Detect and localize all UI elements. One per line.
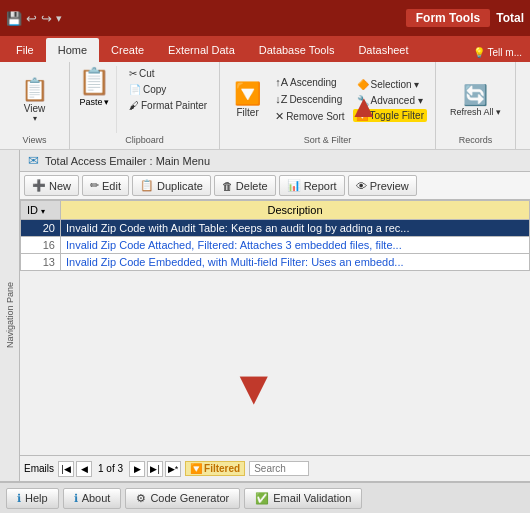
sort-filter-group: 🔽 Filter ↑A Ascending ↓Z Descending ✕ Re… <box>220 62 436 149</box>
clipboard-group: 📋 Paste ▾ ✂ Cut 📄 Copy 🖌 Format Painter <box>70 62 220 149</box>
selection-icon: 🔶 <box>357 79 369 90</box>
total-tab: Total <box>496 11 524 25</box>
about-icon: ℹ <box>74 492 78 505</box>
undo-icon[interactable]: ↩ <box>26 11 37 26</box>
first-record-button[interactable]: |◀ <box>58 461 74 477</box>
ribbon-body: 📋 View ▾ Views 📋 Paste ▾ ✂ Cut <box>0 62 530 150</box>
col-desc-header: Description <box>61 201 530 220</box>
ascending-icon: ↑A <box>275 76 288 88</box>
format-painter-button[interactable]: 🖌 Format Painter <box>125 98 211 113</box>
tab-database-tools[interactable]: Database Tools <box>247 38 347 62</box>
views-label: Views <box>23 133 47 145</box>
record-position: 1 of 3 <box>94 463 127 474</box>
edit-button[interactable]: ✏ Edit <box>82 175 129 196</box>
views-group: 📋 View ▾ Views <box>0 62 70 149</box>
preview-button[interactable]: 👁 Preview <box>348 175 417 196</box>
qat: 💾 ↩ ↪ ▾ <box>6 11 62 26</box>
code-generator-button[interactable]: ⚙ Code Generator <box>125 488 240 509</box>
row-desc-13: Invalid Zip Code Embedded, with Multi-fi… <box>61 254 530 271</box>
remove-sort-icon: ✕ <box>275 110 284 123</box>
table-row[interactable]: 13 Invalid Zip Code Embedded, with Multi… <box>21 254 530 271</box>
clipboard-sub: ✂ Cut 📄 Copy 🖌 Format Painter <box>121 66 211 133</box>
toggle-filter-icon: 🔽 <box>356 110 368 121</box>
data-table: ID ▾ Description 20 Invalid Zip Code wit… <box>20 200 530 271</box>
filtered-badge[interactable]: 🔽 Filtered <box>185 461 245 476</box>
email-validation-icon: ✅ <box>255 492 269 505</box>
bottom-bar: ℹ Help ℹ About ⚙ Code Generator ✅ Email … <box>0 481 530 513</box>
tab-create[interactable]: Create <box>99 38 156 62</box>
tab-external-data[interactable]: External Data <box>156 38 247 62</box>
advanced-icon: 🔧 <box>357 95 369 106</box>
view-dropdown-icon: ▾ <box>33 114 37 123</box>
view-button[interactable]: 📋 View ▾ <box>15 73 54 127</box>
ascending-button[interactable]: ↑A Ascending <box>271 74 348 90</box>
copy-icon: 📄 <box>129 84 141 95</box>
format-painter-icon: 🖌 <box>129 100 139 111</box>
filter-funnel-icon: 🔽 <box>190 463 202 474</box>
nav-controls: |◀ ◀ 1 of 3 ▶ ▶| ▶* <box>58 461 181 477</box>
records-label: Records <box>459 133 493 145</box>
sort-subgroup: ↑A Ascending ↓Z Descending ✕ Remove Sort <box>271 74 348 125</box>
cut-icon: ✂ <box>129 68 137 79</box>
descending-button[interactable]: ↓Z Descending <box>271 91 348 107</box>
new-icon: ➕ <box>32 179 46 192</box>
duplicate-button[interactable]: 📋 Duplicate <box>132 175 211 196</box>
records-group: 🔄 Refresh All ▾ Records <box>436 62 516 149</box>
remove-sort-button[interactable]: ✕ Remove Sort <box>271 108 348 125</box>
row-desc-16: Invalid Zip Code Attached, Filtered: Att… <box>61 237 530 254</box>
tell-me[interactable]: 💡 Tell m... <box>465 43 530 62</box>
report-button[interactable]: 📊 Report <box>279 175 345 196</box>
qat-dropdown-icon[interactable]: ▾ <box>56 12 62 25</box>
delete-button[interactable]: 🗑 Delete <box>214 175 276 196</box>
next-record-button[interactable]: ▶ <box>129 461 145 477</box>
view-icon: 📋 <box>21 77 48 103</box>
about-button[interactable]: ℹ About <box>63 488 122 509</box>
code-generator-icon: ⚙ <box>136 492 146 505</box>
navigation-pane-label: Navigation Pane <box>5 282 15 348</box>
data-table-container: ID ▾ Description 20 Invalid Zip Code wit… <box>20 200 530 455</box>
cut-button[interactable]: ✂ Cut <box>125 66 211 81</box>
row-desc-20: Invalid Zip Code with Audit Table: Keeps… <box>61 220 530 237</box>
col-id-header: ID ▾ <box>21 201 61 220</box>
window-title-text: Total Access Emailer : Main Menu <box>45 155 210 167</box>
filter-button[interactable]: 🔽 Filter <box>228 77 267 122</box>
table-row[interactable]: 16 Invalid Zip Code Attached, Filtered: … <box>21 237 530 254</box>
navigation-pane[interactable]: Navigation Pane <box>0 150 20 481</box>
toggle-filter-button[interactable]: 🔽 Toggle Filter <box>353 109 427 122</box>
row-id-16: 16 <box>21 237 61 254</box>
content-area: ✉ Total Access Emailer : Main Menu ➕ New… <box>20 150 530 481</box>
row-id-13: 13 <box>21 254 61 271</box>
selection-button[interactable]: 🔶 Selection ▾ <box>353 77 427 92</box>
ribbon-tabs: File Home Create External Data Database … <box>0 36 530 62</box>
redo-icon[interactable]: ↪ <box>41 11 52 26</box>
prev-record-button[interactable]: ◀ <box>76 461 92 477</box>
search-input[interactable] <box>249 461 309 476</box>
email-validation-button[interactable]: ✅ Email Validation <box>244 488 362 509</box>
paste-dropdown-icon: ▾ <box>104 97 109 107</box>
advanced-button[interactable]: 🔧 Advanced ▾ <box>353 93 427 108</box>
tab-home[interactable]: Home <box>46 38 99 62</box>
new-button[interactable]: ➕ New <box>24 175 79 196</box>
row-id-20: 20 <box>21 220 61 237</box>
delete-icon: 🗑 <box>222 180 233 192</box>
copy-button[interactable]: 📄 Copy <box>125 82 211 97</box>
id-sort-icon: ▾ <box>41 207 45 216</box>
status-bar: Emails |◀ ◀ 1 of 3 ▶ ▶| ▶* 🔽 Filtered <box>20 455 530 481</box>
paste-button[interactable]: 📋 Paste ▾ <box>78 66 117 133</box>
table-row[interactable]: 20 Invalid Zip Code with Audit Table: Ke… <box>21 220 530 237</box>
tab-file[interactable]: File <box>4 38 46 62</box>
tab-datasheet[interactable]: Datasheet <box>346 38 420 62</box>
filter-icon: 🔽 <box>234 81 261 107</box>
sort-filter-label: Sort & Filter <box>304 133 352 145</box>
help-button[interactable]: ℹ Help <box>6 488 59 509</box>
window-icon: ✉ <box>28 153 39 168</box>
help-icon: ℹ <box>17 492 21 505</box>
last-record-button[interactable]: ▶| <box>147 461 163 477</box>
clipboard-label: Clipboard <box>125 133 164 145</box>
action-toolbar: ➕ New ✏ Edit 📋 Duplicate 🗑 Delete 📊 Repo… <box>20 172 530 200</box>
record-label: Emails <box>24 463 54 474</box>
refresh-all-button[interactable]: 🔄 Refresh All ▾ <box>444 79 507 121</box>
save-icon[interactable]: 💾 <box>6 11 22 26</box>
new-record-button[interactable]: ▶* <box>165 461 181 477</box>
title-bar: 💾 ↩ ↪ ▾ Form Tools Total <box>0 0 530 36</box>
